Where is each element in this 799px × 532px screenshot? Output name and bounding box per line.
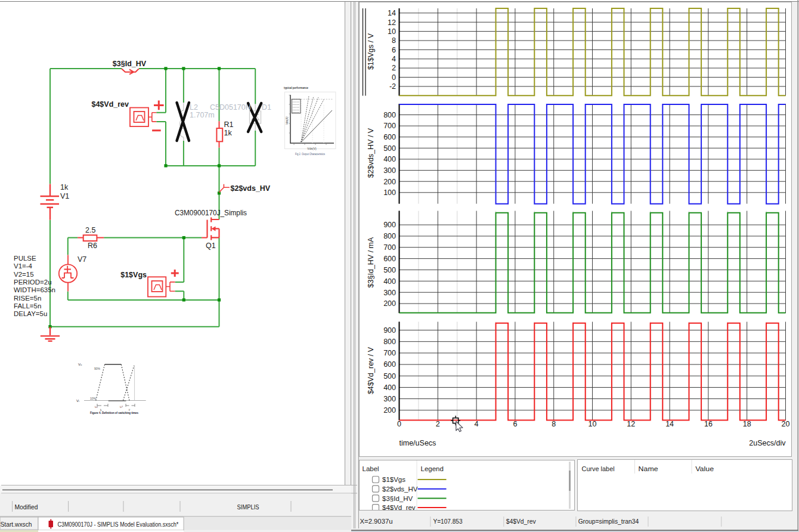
svg-text:tₒₙ: tₒₙ xyxy=(95,406,98,409)
svg-text:V1: V1 xyxy=(60,192,69,200)
svg-text:16: 16 xyxy=(704,420,713,428)
svg-text:12: 12 xyxy=(627,420,635,428)
svg-text:18: 18 xyxy=(743,420,751,428)
svg-text:X=2.9037u: X=2.9037u xyxy=(360,518,393,525)
svg-text:6: 6 xyxy=(392,46,396,54)
svg-text:0: 0 xyxy=(392,73,396,82)
svg-text:Label: Label xyxy=(363,465,379,472)
svg-text:300: 300 xyxy=(383,395,396,403)
svg-text:Fig 2. Output Characteristics: Fig 2. Output Characteristics xyxy=(295,152,325,156)
svg-text:14: 14 xyxy=(388,9,396,17)
svg-text:-2: -2 xyxy=(389,82,396,91)
svg-text:WIDTH=635n: WIDTH=635n xyxy=(14,286,55,293)
svg-text:$2$vds_HV / V: $2$vds_HV / V xyxy=(367,128,375,178)
svg-text:Modified: Modified xyxy=(15,503,38,511)
svg-text:10: 10 xyxy=(388,27,396,36)
svg-text:800: 800 xyxy=(383,111,396,119)
svg-text:200: 200 xyxy=(383,406,396,415)
svg-text:$4$Vd_rev: $4$Vd_rev xyxy=(506,518,536,525)
svg-text:8: 8 xyxy=(552,420,556,428)
svg-text:Vds(V): Vds(V) xyxy=(307,147,317,150)
svg-text:Vₒ: Vₒ xyxy=(78,363,82,366)
svg-text:300: 300 xyxy=(383,289,396,297)
svg-text:Y=107.853: Y=107.853 xyxy=(433,518,463,525)
svg-text:700: 700 xyxy=(383,349,396,357)
svg-text:8: 8 xyxy=(392,36,396,45)
svg-text:$3§Id_HV: $3§Id_HV xyxy=(113,60,147,68)
svg-text:4: 4 xyxy=(475,420,479,428)
svg-text:tₒᶠᶠ: tₒᶠᶠ xyxy=(120,406,123,409)
svg-text:PULSE: PULSE xyxy=(14,255,36,262)
svg-text:Name: Name xyxy=(639,465,658,472)
svg-text:C3M0900170J - SIMPLIS Model Ev: C3M0900170J - SIMPLIS Model Evaluation.s… xyxy=(57,521,178,528)
svg-text:90%: 90% xyxy=(94,367,101,370)
svg-text:800: 800 xyxy=(383,338,396,346)
svg-text:V7: V7 xyxy=(78,255,86,264)
svg-text:$3§Id_HV: $3§Id_HV xyxy=(382,495,413,502)
svg-text:Vᵢ: Vᵢ xyxy=(76,399,79,403)
svg-text:$1$Vgs: $1$Vgs xyxy=(382,476,405,483)
svg-text:$1$Vgs: $1$Vgs xyxy=(120,271,147,279)
svg-text:2.5: 2.5 xyxy=(85,226,95,234)
svg-text:2: 2 xyxy=(436,420,440,428)
svg-text:4: 4 xyxy=(392,55,396,63)
svg-text:Start.wxsch: Start.wxsch xyxy=(1,521,32,528)
svg-text:2uSecs/div: 2uSecs/div xyxy=(749,439,786,447)
svg-text:$4$Vd_rev / V: $4$Vd_rev / V xyxy=(367,347,375,394)
svg-text:Group=simplis_tran34: Group=simplis_tran34 xyxy=(578,518,639,525)
svg-text:$2$vds_HV: $2$vds_HV xyxy=(231,184,271,193)
svg-text:400: 400 xyxy=(383,277,396,286)
svg-text:typical performance: typical performance xyxy=(284,86,308,89)
svg-text:600: 600 xyxy=(383,255,396,263)
svg-text:1k: 1k xyxy=(224,129,233,137)
svg-text:1.707m: 1.707m xyxy=(190,111,215,119)
svg-text:12: 12 xyxy=(388,18,396,27)
svg-text:Figure 4. Definition of switch: Figure 4. Definition of switching times xyxy=(90,411,138,415)
svg-text:V2=15: V2=15 xyxy=(14,271,34,278)
svg-text:900: 900 xyxy=(383,221,396,229)
svg-text:1k: 1k xyxy=(60,183,69,191)
svg-text:400: 400 xyxy=(383,383,396,392)
svg-text:2: 2 xyxy=(392,64,396,72)
svg-text:PERIOD=2u: PERIOD=2u xyxy=(14,279,52,286)
svg-text:$2$vds_HV: $2$vds_HV xyxy=(382,485,418,493)
svg-text:14: 14 xyxy=(665,420,674,428)
svg-text:Ids(A): Ids(A) xyxy=(285,116,289,125)
svg-text:DELAY=5u: DELAY=5u xyxy=(14,310,47,317)
svg-text:200: 200 xyxy=(383,299,396,308)
svg-text:V1=-4: V1=-4 xyxy=(14,262,33,270)
svg-text:6: 6 xyxy=(513,420,517,428)
svg-text:700: 700 xyxy=(383,243,396,252)
svg-text:0: 0 xyxy=(397,420,401,428)
svg-text:200: 200 xyxy=(383,178,396,186)
svg-text:C3M0900170J_Simplis: C3M0900170J_Simplis xyxy=(175,209,247,217)
svg-text:20: 20 xyxy=(782,420,790,428)
svg-text:600: 600 xyxy=(383,360,396,369)
svg-text:L2: L2 xyxy=(190,103,198,112)
svg-text:R6: R6 xyxy=(88,242,97,250)
svg-text:600: 600 xyxy=(383,133,396,141)
svg-text:100: 100 xyxy=(383,188,396,197)
svg-text:900: 900 xyxy=(383,326,396,335)
svg-text:RISE=5n: RISE=5n xyxy=(14,295,41,302)
svg-text:D1: D1 xyxy=(262,103,271,112)
svg-text:10: 10 xyxy=(589,420,597,428)
svg-text:SIMPLIS: SIMPLIS xyxy=(237,503,259,511)
svg-text:500: 500 xyxy=(383,144,396,153)
svg-text:700: 700 xyxy=(383,122,396,130)
svg-text:400: 400 xyxy=(383,155,396,163)
svg-text:Value: Value xyxy=(695,465,714,472)
svg-text:Curve label: Curve label xyxy=(582,465,615,472)
svg-text:C5D05170H: C5D05170H xyxy=(210,103,251,112)
svg-text:Q1: Q1 xyxy=(206,242,216,250)
svg-text:R1: R1 xyxy=(224,120,234,129)
svg-text:Legend: Legend xyxy=(421,465,444,472)
svg-text:time/uSecs: time/uSecs xyxy=(400,439,436,447)
svg-text:$4$Vd_rev: $4$Vd_rev xyxy=(91,100,129,109)
svg-text:$3§Id_HV / mA: $3§Id_HV / mA xyxy=(367,237,375,287)
svg-text:500: 500 xyxy=(383,266,396,274)
svg-text:300: 300 xyxy=(383,166,396,175)
svg-text:500: 500 xyxy=(383,372,396,381)
svg-text:FALL=5n: FALL=5n xyxy=(14,302,41,310)
svg-text:10%: 10% xyxy=(90,397,97,400)
